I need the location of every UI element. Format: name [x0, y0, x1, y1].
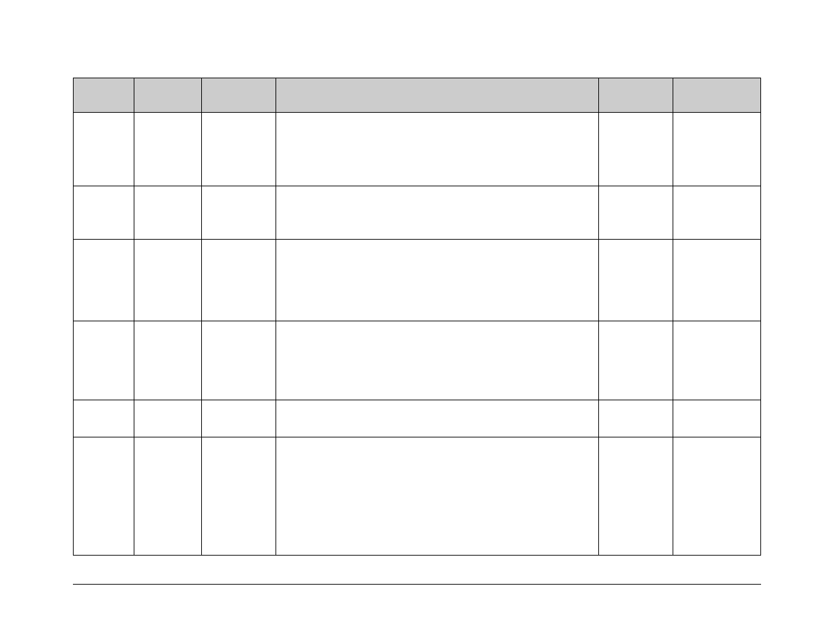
table-cell [134, 400, 202, 437]
table-cell [276, 186, 599, 240]
table-cell [599, 437, 673, 556]
table-cell [74, 113, 134, 186]
table-cell [276, 321, 599, 400]
table-header [673, 78, 761, 113]
table-cell [134, 186, 202, 240]
table-header [134, 78, 202, 113]
table-cell [134, 437, 202, 556]
table-row [74, 113, 761, 186]
table-row [74, 400, 761, 437]
table-cell [599, 321, 673, 400]
table-cell [74, 240, 134, 321]
table-header [276, 78, 599, 113]
table-cell [599, 400, 673, 437]
data-table [73, 78, 761, 556]
table-cell [202, 321, 276, 400]
table-cell [599, 240, 673, 321]
table-cell [202, 186, 276, 240]
table-row [74, 437, 761, 556]
table-cell [134, 321, 202, 400]
table-cell [673, 400, 761, 437]
divider [73, 584, 761, 585]
table-cell [276, 113, 599, 186]
table-cell [276, 400, 599, 437]
table-row [74, 321, 761, 400]
table-cell [202, 400, 276, 437]
table-cell [673, 437, 761, 556]
table-cell [202, 240, 276, 321]
table-cell [673, 186, 761, 240]
table-cell [134, 240, 202, 321]
table-row [74, 186, 761, 240]
table-header [74, 78, 134, 113]
table-cell [202, 437, 276, 556]
table-cell [74, 400, 134, 437]
table-cell [74, 437, 134, 556]
table-header-row [74, 78, 761, 113]
table-header [202, 78, 276, 113]
table-row [74, 240, 761, 321]
table-cell [134, 113, 202, 186]
table-cell [673, 240, 761, 321]
table-cell [276, 240, 599, 321]
table-cell [74, 321, 134, 400]
table-cell [673, 113, 761, 186]
table-cell [599, 113, 673, 186]
table-cell [202, 113, 276, 186]
table-cell [599, 186, 673, 240]
page [0, 0, 834, 585]
table-cell [74, 186, 134, 240]
table-header [599, 78, 673, 113]
table-cell [673, 321, 761, 400]
table-cell [276, 437, 599, 556]
